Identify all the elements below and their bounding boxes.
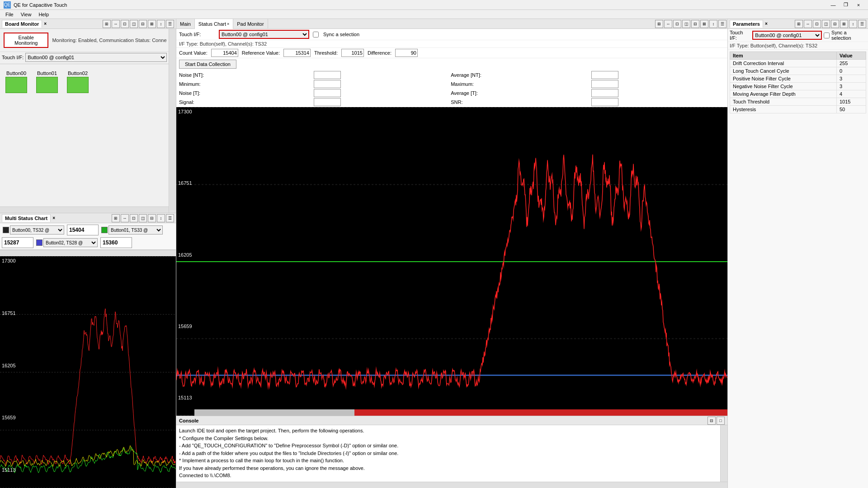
sc-threshold-value[interactable]: [341, 49, 364, 57]
start-data-collection-button[interactable]: Start Data Collection: [179, 60, 236, 69]
bm-toolbar-btn2[interactable]: ↔: [112, 20, 120, 28]
multi-hscroll[interactable]: [0, 250, 176, 256]
sc-values-row: Count Value: Reference Value: Threshold:…: [176, 48, 727, 58]
sc-count-value[interactable]: [211, 49, 238, 57]
menu-view[interactable]: View: [17, 11, 35, 18]
sc-reference-value[interactable]: [283, 49, 311, 57]
p-btn2[interactable]: ↔: [804, 20, 812, 28]
multi-status-close[interactable]: ×: [52, 216, 55, 221]
sc-difference-value[interactable]: [395, 49, 418, 57]
bm-toolbar-btn5[interactable]: ⊟: [139, 20, 147, 28]
sc-sync-label: Sync a selection: [323, 32, 359, 37]
ms-toolbar-btn3[interactable]: ⊡: [130, 214, 138, 222]
board-monitor-hscroll[interactable]: [0, 206, 169, 213]
multi-select-0[interactable]: Button00, TS32 @: [10, 225, 64, 235]
app-icon: QE: [4, 1, 11, 9]
params-table-row: Negative Noise Filter Cycle3: [730, 83, 866, 90]
bm-toolbar-btn7[interactable]: ↕: [157, 20, 165, 28]
multi-color-box-0: [3, 227, 9, 233]
multi-select-2[interactable]: Button02, TS28 @: [43, 238, 98, 247]
console-btn1[interactable]: ⊟: [708, 417, 716, 425]
tab-status-chart[interactable]: Status Chart ×: [195, 19, 233, 29]
multi-status-panel: Multi Status Chart × ⊞ ↔ ⊡ ◫ ⊟ ↕ ☰ Butto: [0, 213, 176, 488]
bm-toolbar-btn6[interactable]: ⊠: [148, 20, 156, 28]
p-btn7[interactable]: ↕: [849, 20, 857, 28]
console-vscroll[interactable]: [720, 425, 727, 482]
params-sync-checkbox[interactable]: [824, 33, 830, 38]
left-column: Board Monitor × ⊞ ↔ ⊡ ◫ ⊟ ⊠ ↕ ☰ Enab: [0, 19, 176, 488]
ct-btn5[interactable]: ⊟: [691, 20, 699, 28]
multi-y-17300: 17300: [2, 258, 16, 263]
maximum-input[interactable]: [591, 80, 618, 88]
ct-btn6[interactable]: ⊠: [700, 20, 708, 28]
ms-toolbar-btn1[interactable]: ⊞: [112, 214, 120, 222]
average-nt-label: Average [NT]:: [451, 72, 588, 78]
params-touch-select[interactable]: Button00 @ config01: [752, 31, 822, 40]
ct-btn8[interactable]: ☰: [718, 20, 726, 28]
ct-btn4[interactable]: ◫: [682, 20, 690, 28]
params-table-row: Drift Correction Interval255: [730, 60, 866, 67]
bm-toolbar-btn3[interactable]: ⊡: [121, 20, 129, 28]
button00-label: Button00: [5, 70, 27, 76]
restore-button[interactable]: ❐: [840, 1, 852, 9]
minimum-input[interactable]: [314, 80, 341, 88]
ms-toolbar-btn7[interactable]: ☰: [166, 214, 174, 222]
ms-toolbar-btn4[interactable]: ◫: [139, 214, 147, 222]
sc-touch-if-select[interactable]: Button00 @ config01: [219, 30, 309, 39]
bm-toolbar-btn1[interactable]: ⊞: [103, 20, 111, 28]
bm-toolbar-btn8[interactable]: ☰: [166, 20, 174, 28]
console-btn2[interactable]: □: [717, 417, 725, 425]
console-hscroll[interactable]: [176, 482, 727, 488]
ct-btn7[interactable]: ↕: [709, 20, 717, 28]
ms-toolbar-btn6[interactable]: ↕: [157, 214, 165, 222]
chart-hscroll-thumb[interactable]: [354, 409, 727, 416]
ct-btn3[interactable]: ⊡: [673, 20, 681, 28]
board-monitor-touch-if-select[interactable]: Button00 @ config01: [25, 53, 167, 62]
tab-main[interactable]: Main: [176, 19, 195, 29]
params-touch-row: Touch I/F: Button00 @ config01 Sync a se…: [728, 29, 868, 42]
noise-nt-input[interactable]: [314, 71, 341, 79]
main-layout: Board Monitor × ⊞ ↔ ⊡ ◫ ⊟ ⊠ ↕ ☰ Enab: [0, 19, 868, 488]
p-btn4[interactable]: ◫: [822, 20, 830, 28]
console-line: - Add "QE_TOUCH_CONFIGURATION" to "Defin…: [179, 442, 717, 450]
button02-visual[interactable]: [67, 77, 89, 93]
parameters-tab[interactable]: Parameters: [730, 20, 763, 28]
parameters-close[interactable]: ×: [765, 21, 768, 26]
menu-help[interactable]: Help: [35, 11, 52, 18]
sc-sync-checkbox[interactable]: [313, 32, 319, 38]
tab-pad-monitor[interactable]: Pad Monitor: [233, 19, 268, 29]
p-btn5[interactable]: ⊟: [831, 20, 839, 28]
minimize-button[interactable]: —: [827, 1, 839, 9]
p-btn8[interactable]: ☰: [858, 20, 866, 28]
tab-status-chart-close[interactable]: ×: [227, 22, 229, 26]
signal-input[interactable]: [314, 98, 341, 106]
average-nt-input[interactable]: [591, 71, 618, 79]
ms-toolbar-btn2[interactable]: ↔: [121, 214, 129, 222]
multi-select-1[interactable]: Button01, TS33 @: [108, 225, 163, 235]
noise-nt-label: Noise [NT]:: [179, 72, 310, 78]
snr-input[interactable]: [591, 98, 618, 106]
ct-btn2[interactable]: ↔: [664, 20, 672, 28]
params-item-cell: Drift Correction Interval: [730, 60, 837, 67]
button00-visual[interactable]: [5, 77, 27, 93]
board-monitor-vscroll[interactable]: [169, 29, 176, 213]
bm-toolbar-btn4[interactable]: ◫: [130, 20, 138, 28]
chart-hscroll[interactable]: [194, 409, 727, 416]
enable-monitoring-button[interactable]: Enable Monitoring: [4, 33, 48, 48]
noise-t-input[interactable]: [314, 89, 341, 97]
p-btn1[interactable]: ⊞: [795, 20, 803, 28]
menu-file[interactable]: File: [2, 11, 17, 18]
ct-btn1[interactable]: ⊞: [655, 20, 663, 28]
button01-visual[interactable]: [36, 77, 58, 93]
ms-toolbar-btn5[interactable]: ⊟: [148, 214, 156, 222]
params-value-cell: 1015: [837, 98, 866, 106]
board-monitor-close[interactable]: ×: [44, 21, 47, 26]
p-btn3[interactable]: ⊡: [813, 20, 821, 28]
board-monitor-tab[interactable]: Board Monitor: [2, 20, 42, 28]
params-touch-label: Touch I/F:: [730, 30, 750, 41]
multi-status-tab[interactable]: Multi Status Chart: [2, 214, 51, 222]
p-btn6[interactable]: ⊠: [840, 20, 848, 28]
average-t-input[interactable]: [591, 89, 618, 97]
sc-count-label: Count Value:: [179, 50, 208, 56]
close-button[interactable]: ×: [853, 1, 864, 9]
